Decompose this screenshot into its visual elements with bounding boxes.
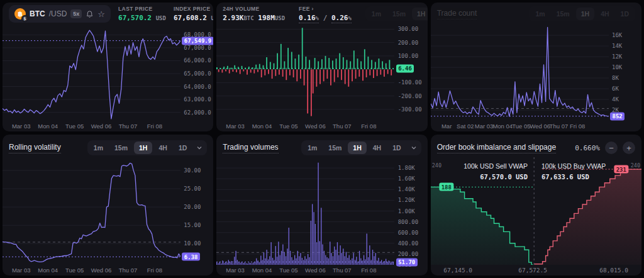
y-axis-tick: 1.00K [398,208,415,214]
timeframe-button-1H[interactable]: 1H [134,142,152,154]
sell-vwap-annotation: 100k USD Sell VWAP 67,570.0 USD [464,161,528,182]
x-axis-tick: Thu 07 [333,123,352,130]
market-header: ฿$ BTC /USD 5x ☆ LAST PRICE 67,570.2 USD… [3,3,213,25]
y-axis-tick: 4K [612,96,619,103]
symbol-selector[interactable]: ฿$ BTC /USD 5x ☆ [9,5,111,23]
fee-chevron-icon[interactable]: › [312,6,314,12]
stat-unit: BTC [243,15,253,21]
x-axis-tick: Wed 06 [530,123,550,130]
stat-last-price: LAST PRICE 67,570.2 USD [118,6,166,22]
volume-delta-chart: 300.00200.00100.00-100.00-200.00-300.006… [216,25,427,131]
favorite-star-icon[interactable]: ☆ [97,10,105,18]
depth-axis-max-label: 240 [631,162,640,169]
timeframe-dropdown-icon[interactable] [408,145,420,151]
y-axis-tick: 67,000.0 [184,45,211,51]
y-axis-tick: 1.40K [398,186,415,192]
last-value-tag: 852 [610,112,625,120]
y-axis-tick: -300.00 [398,106,422,113]
x-axis-tick: Thu 07 [333,267,352,274]
price-x-axis: Mar 03Mon 04Tue 05Wed 06Thu 07Fri 08 [3,121,213,131]
volume-fee-header: 24H VOLUME 2.93KBTC 198MUSD FEE › 0.16% … [216,3,427,25]
bitcoin-icon: ฿$ [14,8,26,19]
timeframe-button-1H[interactable]: 1H [576,8,594,20]
timeframe-group-volatility: 1m15m1H4H1D [87,140,208,155]
timeframe-button-15m[interactable]: 15m [323,142,347,154]
volume-delta-x-axis: Mar 03Mon 04Tue 05Wed 06Thu 07Fri 08 [216,121,427,131]
panel-order-book: Order book imbalance and slippage 0.660%… [431,135,641,275]
timeframe-button-4H[interactable]: 4H [153,142,172,154]
timeframe-button-1m[interactable]: 1m [303,142,322,154]
volumes-chart: 0.00200.00400.00600.00800.001.00K1.20K1.… [216,157,427,275]
y-axis-tick: 10.00 [184,240,201,247]
timeframe-button-1H[interactable]: 1H [412,8,428,20]
y-axis-tick: 66,000.0 [184,57,211,64]
alert-bell-icon[interactable] [86,10,94,18]
x-axis-tick: Mar 03 [226,267,245,274]
stat-unit: USD [156,15,166,21]
decrease-slippage-button[interactable]: − [605,142,618,154]
x-axis-tick: Thu 07 [119,123,138,130]
y-axis-tick: 30.00 [184,167,201,174]
leverage-badge: 5x [70,9,82,18]
order-book-chart-canvas[interactable]: 100k USD Sell VWAP 67,570.0 USD 100k USD… [431,157,641,265]
trade-count-chart-canvas[interactable] [431,25,609,121]
last-value-tag: 67,549.9 [182,36,213,45]
y-axis-tick: 62,000.0 [184,109,211,116]
stat-label: LAST PRICE [118,6,166,12]
timeframe-button-1m[interactable]: 1m [367,8,386,20]
price-chart-canvas[interactable] [3,25,180,121]
stat-index-price: INDEX PRICE 67,608.2 USD [174,6,213,22]
y-axis-tick: 16K [612,32,622,38]
timeframe-button-1m[interactable]: 1m [530,8,550,20]
y-axis-tick: 6K [612,86,619,92]
last-value-tag: 51.70 [396,258,418,266]
volatility-chart: 6.0010.0015.0020.0025.0030.006.38 Mar 03… [3,157,213,275]
volumes-chart-canvas[interactable] [216,157,394,265]
timeframe-button-4H[interactable]: 4H [368,142,386,154]
last-value-tag: 6.46 [396,64,414,72]
stat-fee: FEE › 0.16% / 0.26% [299,6,352,22]
panel-trading-volumes: Trading volumes 1m15m1H4H1D 0.00200.0040… [216,135,427,275]
ask-depth-tag: 231 [614,165,628,174]
x-axis-tick: Mar 03 [475,123,494,130]
volumes-title: Trading volumes [223,143,278,153]
x-axis-tick: Mar [441,123,452,130]
x-axis-tick: Tue 05 [65,123,84,130]
increase-slippage-button[interactable]: + [623,142,635,154]
x-axis-tick: Mon 04 [38,267,58,274]
last-value-tag: 6.38 [182,253,200,261]
y-axis-tick: 10K [612,64,622,70]
timeframe-group-trade-count: 1m15m1H4H1D [529,6,635,21]
x-axis-tick: Thu 07 [119,267,138,274]
timeframe-button-15m[interactable]: 15m [552,8,575,20]
timeframe-button-15m[interactable]: 15m [109,142,133,154]
y-axis-tick: 20.00 [184,204,201,210]
x-axis-tick: Mon 04 [252,267,272,274]
y-axis-tick: 14K [612,43,622,49]
volatility-x-axis: Mar 03Mon 04Tue 05Wed 06Thu 07Fri 08 [3,265,213,275]
timeframe-button-1m[interactable]: 1m [89,142,108,154]
timeframe-button-1D[interactable]: 1D [387,142,406,154]
timeframe-button-1D[interactable]: 1D [174,142,192,154]
timeframe-button-1D[interactable]: 1D [616,8,634,20]
volatility-chart-canvas[interactable] [3,157,180,265]
stat-unit: USD [211,15,214,21]
y-axis-tick: 8K [612,75,619,81]
y-axis-tick: 15.00 [184,222,201,228]
trade-count-x-axis: MarSat 02Mar 03Mon 04Tue 05Wed 06Thu 07F… [431,121,641,131]
timeframe-button-1H[interactable]: 1H [348,142,366,154]
stat-label: 24H VOLUME [223,6,285,12]
x-axis-tick: Fri 08 [147,123,162,130]
price-axis-tick: 68,015.0 [599,267,628,274]
x-axis-tick: Mar 03 [12,267,31,274]
timeframe-button-15m[interactable]: 15m [387,8,411,20]
timeframe-dropdown-icon[interactable] [193,145,206,151]
y-axis-tick: -200.00 [398,93,422,99]
order-book-chart: 100k USD Sell VWAP 67,570.0 USD 100k USD… [431,157,641,275]
x-axis-tick: Sat 02 [457,123,474,130]
timeframe-button-4H[interactable]: 4H [596,8,614,20]
x-axis-tick: Mon 04 [38,123,58,130]
volume-delta-chart-canvas[interactable] [216,25,394,121]
taker-fee: 0.26% [331,14,352,23]
y-axis-tick: 12K [612,53,622,60]
